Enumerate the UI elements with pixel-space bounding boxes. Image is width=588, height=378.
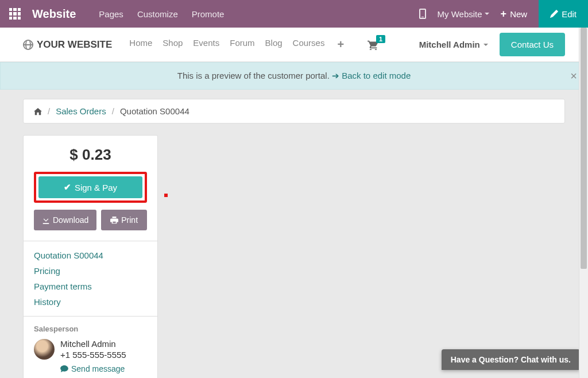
edit-label: Edit	[562, 9, 577, 19]
preview-text: This is a preview of the customer portal…	[177, 71, 332, 80]
breadcrumb-current: Quotation S00044	[120, 106, 189, 116]
scrollbar-thumb[interactable]	[581, 28, 587, 269]
breadcrumb-separator: /	[112, 106, 114, 116]
download-button[interactable]: Download	[34, 210, 96, 230]
link-quotation[interactable]: Quotation S00044	[34, 250, 147, 260]
new-button[interactable]: + New	[501, 8, 528, 20]
sign-and-pay-button[interactable]: ✔ Sign & Pay	[38, 176, 142, 198]
red-marker	[164, 194, 168, 197]
nav-home[interactable]: Home	[129, 38, 152, 51]
preview-banner: This is a preview of the customer portal…	[0, 62, 588, 90]
chevron-down-icon	[485, 13, 489, 15]
link-payment-terms[interactable]: Payment terms	[34, 281, 147, 291]
link-history[interactable]: History	[34, 297, 147, 307]
cart-button[interactable]: 1	[367, 40, 380, 50]
site-header: YOUR WEBSITE Home Shop Events Forum Blog…	[0, 28, 588, 62]
close-icon[interactable]: ×	[570, 70, 577, 83]
pencil-icon	[550, 10, 558, 18]
arrow-right-icon: ➔	[332, 71, 339, 81]
topbar-right: My Website + New Edit	[419, 8, 579, 20]
topbar-menu: Pages Customize Promote	[99, 9, 224, 19]
print-button[interactable]: Print	[101, 210, 147, 230]
user-dropdown[interactable]: Mitchell Admin	[419, 40, 488, 49]
price-section: $ 0.23 ✔ Sign & Pay Download Print	[24, 136, 157, 241]
action-buttons: Download Print	[34, 210, 147, 230]
send-message-link[interactable]: Send message	[60, 364, 147, 373]
site-nav: Home Shop Events Forum Blog Courses +	[129, 38, 344, 51]
globe-icon	[23, 40, 33, 50]
nav-courses[interactable]: Courses	[293, 38, 325, 51]
download-icon	[42, 216, 50, 224]
salesperson-info: Mitchell Admin +1 555-555-5555	[60, 339, 126, 360]
cart-badge: 1	[376, 35, 385, 43]
edit-button[interactable]: Edit	[539, 0, 588, 28]
download-label: Download	[53, 215, 88, 225]
website-selector-label: My Website	[438, 9, 482, 19]
salesperson-label: Salesperson	[34, 325, 147, 333]
site-header-right: Mitchell Admin Contact Us	[419, 33, 565, 56]
menu-customize[interactable]: Customize	[137, 9, 178, 19]
plus-icon: +	[501, 8, 507, 20]
nav-shop[interactable]: Shop	[163, 38, 183, 51]
salesperson-row: Mitchell Admin +1 555-555-5555	[34, 339, 147, 360]
breadcrumb-home[interactable]	[34, 107, 42, 115]
menu-pages[interactable]: Pages	[99, 9, 123, 19]
nav-events[interactable]: Events	[193, 38, 219, 51]
new-label: New	[510, 9, 527, 19]
content-area: / Sales Orders / Quotation S00044 $ 0.23…	[0, 90, 588, 378]
chat-widget[interactable]: Have a Question? Chat with us.	[442, 349, 580, 370]
app-title[interactable]: Website	[32, 7, 76, 21]
order-total: $ 0.23	[34, 146, 147, 164]
nav-blog[interactable]: Blog	[265, 38, 283, 51]
breadcrumb-separator: /	[48, 106, 50, 116]
website-selector[interactable]: My Website	[438, 9, 489, 19]
salesperson-phone: +1 555-555-5555	[60, 350, 126, 360]
user-name: Mitchell Admin	[419, 40, 480, 49]
salesperson-section: Salesperson Mitchell Admin +1 555-555-55…	[24, 317, 157, 378]
back-to-edit-label: Back to edit mode	[342, 71, 411, 80]
breadcrumb-sales-orders[interactable]: Sales Orders	[56, 106, 106, 116]
logo-text: YOUR WEBSITE	[37, 39, 112, 51]
print-icon	[110, 216, 118, 224]
admin-topbar: Website Pages Customize Promote My Websi…	[0, 0, 588, 28]
topbar-left: Website Pages Customize Promote	[9, 7, 224, 21]
add-page-icon[interactable]: +	[337, 38, 344, 51]
contact-us-button[interactable]: Contact Us	[500, 33, 565, 56]
avatar	[34, 339, 55, 360]
scrollbar[interactable]	[579, 28, 588, 378]
sign-pay-label: Sign & Pay	[75, 183, 117, 192]
back-to-edit-link[interactable]: ➔ Back to edit mode	[332, 71, 411, 80]
menu-promote[interactable]: Promote	[192, 9, 225, 19]
link-pricing[interactable]: Pricing	[34, 266, 147, 276]
send-message-label: Send message	[71, 364, 125, 373]
chevron-down-icon	[483, 44, 488, 46]
sign-pay-highlight: ✔ Sign & Pay	[34, 172, 147, 203]
chat-icon	[60, 365, 68, 372]
sidebar-nav-links: Quotation S00044 Pricing Payment terms H…	[24, 241, 157, 317]
main-row: $ 0.23 ✔ Sign & Pay Download Print	[23, 135, 565, 378]
print-label: Print	[121, 215, 138, 225]
site-logo[interactable]: YOUR WEBSITE	[23, 39, 112, 51]
order-sidebar: $ 0.23 ✔ Sign & Pay Download Print	[23, 135, 158, 378]
breadcrumb: / Sales Orders / Quotation S00044	[23, 99, 565, 124]
mobile-preview-icon[interactable]	[419, 9, 426, 19]
check-icon: ✔	[64, 182, 71, 192]
apps-icon[interactable]	[9, 8, 21, 20]
nav-forum[interactable]: Forum	[230, 38, 254, 51]
home-icon	[34, 107, 42, 115]
salesperson-name: Mitchell Admin	[60, 339, 126, 349]
